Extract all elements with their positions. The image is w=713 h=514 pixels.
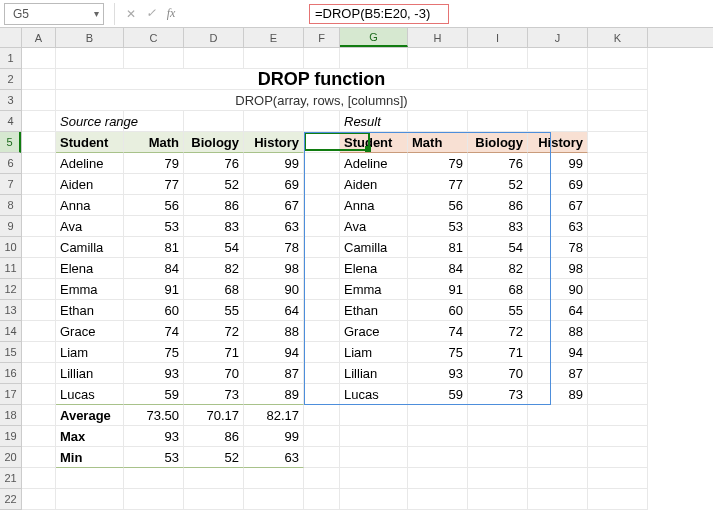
cell[interactable]: Adeline (340, 153, 408, 174)
cell[interactable] (528, 48, 588, 69)
cell[interactable]: 70 (468, 363, 528, 384)
cell[interactable]: Camilla (56, 237, 124, 258)
col-header[interactable]: A (22, 28, 56, 47)
cell[interactable] (304, 195, 340, 216)
cell[interactable] (408, 48, 468, 69)
cell[interactable] (304, 216, 340, 237)
cell[interactable] (22, 90, 56, 111)
cell[interactable] (304, 426, 340, 447)
cell[interactable] (244, 489, 304, 510)
cell[interactable]: History (244, 132, 304, 153)
cell[interactable] (588, 69, 648, 90)
cell[interactable] (22, 405, 56, 426)
cell[interactable]: Aiden (56, 174, 124, 195)
cell[interactable]: 93 (124, 426, 184, 447)
cell[interactable] (22, 426, 56, 447)
cell[interactable]: 53 (124, 447, 184, 468)
cell[interactable] (22, 132, 56, 153)
cell[interactable]: 60 (124, 300, 184, 321)
cell[interactable]: Lucas (56, 384, 124, 405)
cell[interactable] (22, 321, 56, 342)
cell[interactable] (22, 363, 56, 384)
cell[interactable] (408, 468, 468, 489)
cell[interactable]: Biology (468, 132, 528, 153)
cell[interactable]: Grace (56, 321, 124, 342)
row-header[interactable]: 4 (0, 111, 21, 132)
cell[interactable] (304, 174, 340, 195)
cell[interactable]: 76 (184, 153, 244, 174)
cell[interactable]: Anna (340, 195, 408, 216)
cell[interactable] (408, 489, 468, 510)
col-header[interactable]: C (124, 28, 184, 47)
cell[interactable]: 56 (124, 195, 184, 216)
cell[interactable]: Ava (340, 216, 408, 237)
cell[interactable]: 73.50 (124, 405, 184, 426)
row-header[interactable]: 18 (0, 405, 21, 426)
cell[interactable] (588, 258, 648, 279)
name-box[interactable]: G5 ▾ (4, 3, 104, 25)
col-header[interactable]: I (468, 28, 528, 47)
cell[interactable] (22, 342, 56, 363)
col-header[interactable]: J (528, 28, 588, 47)
cell[interactable] (124, 48, 184, 69)
cell[interactable]: 99 (528, 153, 588, 174)
row-header[interactable]: 20 (0, 447, 21, 468)
cell[interactable] (124, 468, 184, 489)
cell[interactable]: 60 (408, 300, 468, 321)
cell[interactable]: 75 (124, 342, 184, 363)
cell[interactable]: 86 (184, 426, 244, 447)
cell[interactable] (22, 153, 56, 174)
cell[interactable]: Liam (340, 342, 408, 363)
col-header[interactable]: H (408, 28, 468, 47)
cell[interactable]: 72 (184, 321, 244, 342)
cell[interactable]: Liam (56, 342, 124, 363)
cell[interactable] (588, 237, 648, 258)
cell[interactable]: 79 (124, 153, 184, 174)
cell[interactable]: 69 (528, 174, 588, 195)
cell[interactable]: 93 (124, 363, 184, 384)
cell[interactable]: 73 (468, 384, 528, 405)
fx-icon[interactable]: fx (161, 3, 181, 25)
col-header[interactable]: D (184, 28, 244, 47)
cell[interactable] (468, 405, 528, 426)
cell[interactable] (304, 468, 340, 489)
cell[interactable] (304, 363, 340, 384)
row-header[interactable]: 17 (0, 384, 21, 405)
cell[interactable] (468, 468, 528, 489)
cell[interactable]: 74 (124, 321, 184, 342)
cell[interactable]: Elena (340, 258, 408, 279)
cell[interactable]: 82.17 (244, 405, 304, 426)
row-header[interactable]: 2 (0, 69, 21, 90)
cell[interactable]: 86 (184, 195, 244, 216)
cell[interactable] (588, 321, 648, 342)
cell[interactable] (184, 48, 244, 69)
row-header[interactable]: 10 (0, 237, 21, 258)
row-header[interactable]: 15 (0, 342, 21, 363)
cell[interactable] (588, 279, 648, 300)
cell[interactable] (124, 489, 184, 510)
cell[interactable]: 77 (408, 174, 468, 195)
cell[interactable]: 99 (244, 426, 304, 447)
cell[interactable] (244, 111, 304, 132)
col-header[interactable]: K (588, 28, 648, 47)
cell[interactable] (588, 426, 648, 447)
cell[interactable]: 88 (244, 321, 304, 342)
cell[interactable] (304, 153, 340, 174)
cell[interactable] (304, 489, 340, 510)
cell[interactable] (468, 48, 528, 69)
row-header[interactable]: 22 (0, 489, 21, 510)
cell[interactable] (22, 279, 56, 300)
cell[interactable]: Result (340, 111, 408, 132)
cell[interactable] (244, 468, 304, 489)
cell[interactable]: 90 (244, 279, 304, 300)
row-header[interactable]: 1 (0, 48, 21, 69)
cell[interactable]: 55 (468, 300, 528, 321)
cell[interactable]: 82 (468, 258, 528, 279)
cell[interactable]: Emma (56, 279, 124, 300)
cell[interactable]: Lillian (340, 363, 408, 384)
cell[interactable]: 69 (244, 174, 304, 195)
cell[interactable]: 82 (184, 258, 244, 279)
cell[interactable]: 67 (244, 195, 304, 216)
cell[interactable] (22, 468, 56, 489)
cell[interactable]: Camilla (340, 237, 408, 258)
